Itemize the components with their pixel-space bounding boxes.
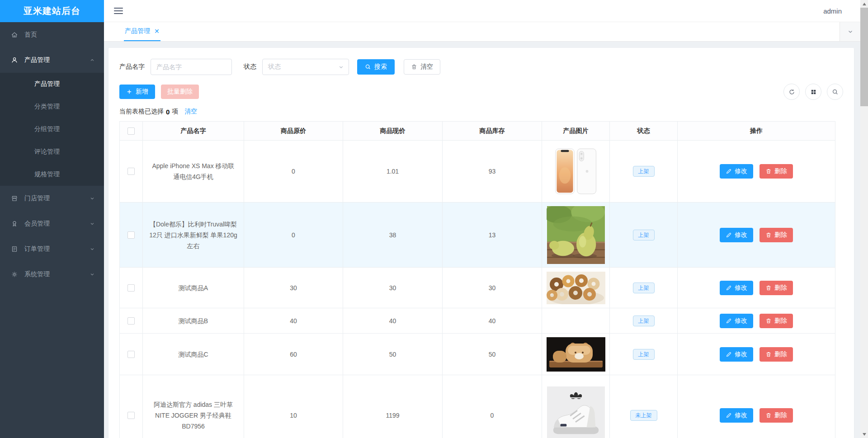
sidebar-menu: 首页产品管理产品管理分类管理分组管理评论管理规格管理门店管理会员管理订单管理系统…: [0, 22, 104, 287]
cell-product-image: [542, 334, 610, 375]
scroll-down-arrow[interactable]: [860, 430, 868, 438]
chevron-down-icon: [90, 221, 95, 226]
row-checkbox[interactable]: [127, 284, 135, 292]
edit-button[interactable]: 修改: [720, 408, 753, 423]
select-all-checkbox[interactable]: [127, 127, 135, 135]
edit-button[interactable]: 修改: [720, 347, 753, 362]
member-icon: [11, 220, 18, 227]
cell-stock: 50: [443, 334, 542, 375]
search-form: 产品名字 状态 状态 搜索 清空: [119, 59, 843, 75]
cell-product-image: [542, 308, 610, 334]
cell-product-image: [542, 203, 610, 268]
table-toolbar: 新增 批量删除: [119, 84, 843, 100]
cell-current-price: 50: [343, 334, 443, 375]
sidebar-item[interactable]: 门店管理: [0, 186, 104, 211]
delete-button[interactable]: 删除: [760, 314, 793, 328]
trash-icon: [765, 232, 772, 238]
pencil-icon: [726, 232, 732, 238]
cell-current-price: 30: [343, 268, 443, 308]
row-checkbox[interactable]: [127, 231, 135, 239]
edit-button[interactable]: 修改: [720, 164, 753, 179]
sidebar-subitem[interactable]: 产品管理: [0, 73, 104, 95]
cell-current-price: 40: [343, 308, 443, 334]
batch-delete-button[interactable]: 批量删除: [161, 85, 199, 99]
chevron-down-icon: [338, 64, 344, 70]
delete-button[interactable]: 删除: [760, 228, 793, 242]
cell-product-name: Apple iPhone XS Max 移动联通电信4G手机: [143, 141, 244, 203]
delete-button[interactable]: 删除: [760, 347, 793, 362]
column-header: 状态: [610, 122, 678, 141]
cell-stock: 0: [443, 375, 542, 438]
scroll-up-arrow[interactable]: [860, 0, 868, 8]
search-icon: [365, 64, 371, 70]
tab-list-dropdown[interactable]: [840, 22, 860, 41]
column-header: 商品库存: [443, 122, 542, 141]
edit-button[interactable]: 修改: [720, 228, 753, 242]
cell-original-price: 60: [244, 334, 343, 375]
row-checkbox[interactable]: [127, 317, 135, 325]
hamburger-menu-icon[interactable]: [114, 8, 123, 14]
column-header: 操作: [678, 122, 835, 141]
row-checkbox[interactable]: [127, 168, 135, 175]
pencil-icon: [726, 168, 732, 174]
status-badge: 上架: [633, 283, 655, 293]
row-checkbox[interactable]: [127, 412, 135, 419]
cell-product-image: [542, 268, 610, 308]
product-image-bread: [547, 337, 605, 372]
sidebar-item[interactable]: 首页: [0, 22, 104, 47]
sidebar-subitem-label: 产品管理: [34, 80, 60, 88]
product-image-pear: [547, 206, 605, 264]
selection-count: 0: [166, 108, 170, 116]
pencil-icon: [726, 285, 732, 291]
status-badge: 上架: [633, 166, 655, 177]
clear-search-button[interactable]: 清空: [404, 59, 440, 75]
cell-original-price: 0: [244, 203, 343, 268]
tab-product-management[interactable]: 产品管理 ✕: [124, 22, 160, 41]
trash-icon: [765, 168, 772, 174]
cell-product-name: 测试商品C: [143, 334, 244, 375]
user-menu[interactable]: admin: [823, 7, 842, 15]
edit-button[interactable]: 修改: [720, 281, 753, 295]
sidebar-subitem[interactable]: 评论管理: [0, 141, 104, 163]
status-badge: 上架: [633, 349, 655, 360]
row-checkbox[interactable]: [127, 351, 135, 358]
sidebar-subitem[interactable]: 规格管理: [0, 163, 104, 186]
sidebar-item[interactable]: 会员管理: [0, 211, 104, 236]
add-button[interactable]: 新增: [119, 85, 155, 99]
sidebar-item[interactable]: 产品管理: [0, 47, 104, 73]
refresh-button[interactable]: [783, 84, 800, 100]
pencil-icon: [726, 318, 732, 324]
product-card: 产品名字 状态 状态 搜索 清空 新增 批量删除: [108, 48, 854, 438]
delete-button[interactable]: 删除: [760, 408, 793, 423]
edit-button[interactable]: 修改: [720, 314, 753, 328]
scrollbar-thumb[interactable]: [860, 8, 868, 106]
sidebar: 亚米建站后台 首页产品管理产品管理分类管理分组管理评论管理规格管理门店管理会员管…: [0, 0, 104, 438]
cell-original-price: 10: [244, 375, 343, 438]
table-row: Apple iPhone XS Max 移动联通电信4G手机01.0193上架修…: [120, 141, 835, 203]
product-name-input[interactable]: [151, 59, 232, 75]
table-search-button[interactable]: [827, 84, 843, 100]
column-header: 商品现价: [343, 122, 443, 141]
tab-label: 产品管理: [125, 27, 150, 35]
chevron-down-icon: [90, 196, 95, 201]
chevron-down-icon: [90, 246, 95, 252]
sidebar-subitem[interactable]: 分类管理: [0, 95, 104, 118]
sidebar-submenu: 产品管理分类管理分组管理评论管理规格管理: [0, 73, 104, 186]
trash-icon: [765, 351, 772, 358]
sidebar-item[interactable]: 订单管理: [0, 236, 104, 262]
plus-icon: [126, 89, 132, 95]
table-row: 【Dole都乐】比利时Truval啤梨12只 进口水果新鲜梨 单果120g左右0…: [120, 203, 835, 268]
sidebar-subitem-label: 规格管理: [34, 170, 60, 179]
sidebar-subitem[interactable]: 分组管理: [0, 118, 104, 141]
sidebar-item[interactable]: 系统管理: [0, 262, 104, 287]
search-button[interactable]: 搜索: [357, 59, 395, 75]
columns-button[interactable]: [805, 84, 821, 100]
table-body: Apple iPhone XS Max 移动联通电信4G手机01.0193上架修…: [120, 141, 835, 438]
delete-button[interactable]: 删除: [760, 281, 793, 295]
vertical-scrollbar[interactable]: [860, 0, 868, 438]
tab-close-icon[interactable]: ✕: [154, 28, 160, 34]
chevron-up-icon: [90, 57, 95, 63]
status-select[interactable]: 状态: [262, 59, 349, 75]
delete-button[interactable]: 删除: [760, 164, 793, 179]
clear-selection-link[interactable]: 清空: [184, 108, 197, 116]
